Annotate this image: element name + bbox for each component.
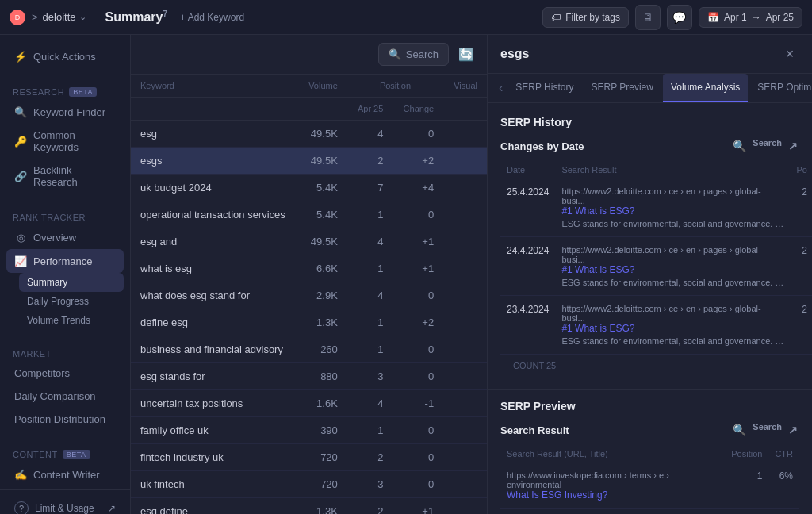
share-icon[interactable]: ↗ (787, 138, 799, 154)
sidebar-item-overview[interactable]: ◎ Overview (6, 225, 124, 249)
company-name[interactable]: deloitte ⌄ (43, 11, 86, 23)
sidebar-item-common-keywords[interactable]: 🔑 Common Keywords (6, 124, 124, 159)
table-row[interactable]: uk budget 2024 5.4K 7 +4 (131, 175, 487, 201)
col-change: Change (393, 98, 443, 121)
cell-apr25: 2 (347, 444, 393, 471)
sidebar-item-daily-comparison[interactable]: Daily Comparison (6, 385, 124, 408)
cell-volume: 390 (298, 417, 347, 444)
sidebar-section-research: Research Beta 🔍 Keyword Finder 🔑 Common … (0, 78, 130, 197)
calendar-icon: 📅 (707, 12, 719, 23)
cell-position: 2 (790, 178, 812, 237)
sidebar-item-summary[interactable]: Summary (19, 273, 124, 292)
serp-tab-nav-left[interactable]: ‹ (496, 81, 506, 95)
serp-search-icon[interactable]: 🔍 (731, 138, 748, 154)
serp-table-header: Date Search Result Po (500, 162, 812, 178)
sidebar-bottom: ? Limit & Usage ↗ (0, 489, 130, 514)
cell-url: https://www.investopedia.com › terms › e… (500, 462, 725, 509)
monitor-icon: 🖥 (642, 11, 653, 24)
cell-change: 0 (393, 363, 443, 390)
table-row[interactable]: fintech industry uk 720 2 0 (131, 444, 487, 471)
table-row[interactable]: what is esg 6.6K 1 +1 (131, 255, 487, 282)
add-keyword-button[interactable]: + Add Keyword (174, 9, 251, 26)
cell-keyword: what does esg stand for (131, 282, 298, 309)
cell-change: 0 (393, 417, 443, 444)
table-row[interactable]: what does esg stand for 2.9K 4 0 (131, 282, 487, 309)
col-date: Date (500, 162, 555, 178)
serp-action-icons: 🔍 Search ↗ (731, 138, 799, 154)
sidebar-item-quick-actions[interactable]: ⚡ Quick Actions (6, 44, 124, 68)
search-result-title: Search Result 🔍 Search ↗ (500, 422, 799, 438)
table-row[interactable]: esg 49.5K 4 0 (131, 121, 487, 148)
tab-volume-analysis[interactable]: Volume Analysis (663, 74, 748, 102)
rank-tracker-label: Rank Tracker (6, 213, 124, 222)
serp-history-row[interactable]: 23.4.2024 https://www2.deloitte.com › ce… (500, 296, 812, 355)
col-search-result: Search Result (555, 162, 790, 178)
search-result-row[interactable]: https://www.investopedia.com › terms › e… (500, 462, 799, 509)
serp-close-button[interactable]: × (780, 44, 799, 63)
cell-visual (443, 309, 487, 336)
table-row[interactable]: esgs 49.5K 2 +2 (131, 148, 487, 175)
content-beta-badge: Beta (63, 450, 90, 459)
serp-history-row[interactable]: 25.4.2024 https://www2.deloitte.com › ce… (500, 178, 812, 237)
sidebar-item-content-writer[interactable]: ✍ Content Writer (6, 462, 124, 486)
sidebar-help-button[interactable]: ? Limit & Usage ↗ (6, 497, 124, 514)
refresh-icon[interactable]: 🔄 (458, 47, 474, 62)
sidebar: ⚡ Quick Actions Research Beta 🔍 Keyword … (0, 35, 131, 514)
cell-search-result: https://www2.deloitte.com › ce › en › pa… (555, 237, 790, 296)
sidebar-item-competitors[interactable]: Competitors (6, 362, 124, 385)
tab-serp-history[interactable]: SERP History (508, 74, 581, 102)
sidebar-item-position-distribution[interactable]: Position Distribution (6, 408, 124, 431)
tab-serp-optimizer[interactable]: SERP Optimizer (749, 74, 812, 102)
table-row[interactable]: define esg 1.3K 1 +2 (131, 309, 487, 336)
date-range-picker[interactable]: 📅 Apr 1 → Apr 25 (699, 7, 802, 28)
keywords-tbody: esg 49.5K 4 0 esgs 49.5K 2 +2 uk budget … (131, 121, 487, 515)
cell-apr25: 1 (347, 417, 393, 444)
tab-serp-preview[interactable]: SERP Preview (583, 74, 661, 102)
cell-keyword: uk fintech (131, 471, 298, 498)
table-row[interactable]: uk fintech 720 3 0 (131, 471, 487, 498)
sidebar-item-keyword-finder[interactable]: 🔍 Keyword Finder (6, 100, 124, 124)
table-row[interactable]: operational transaction services 5.4K 1 … (131, 201, 487, 228)
table-row[interactable]: esg and 49.5K 4 +1 (131, 228, 487, 255)
search-result-row[interactable]: https://www2.deloitte.com › ce › en › pa… (500, 509, 799, 515)
cell-apr25: 1 (347, 309, 393, 336)
serp-history-row[interactable]: 24.4.2024 https://www2.deloitte.com › ce… (500, 237, 812, 296)
col-keyword: Keyword (131, 75, 298, 98)
monitor-icon-button[interactable]: 🖥 (635, 5, 661, 30)
sidebar-sub-performance: Summary Daily Progress Volume Trends (6, 273, 124, 330)
overview-icon: ◎ (14, 231, 27, 244)
cell-visual (443, 363, 487, 390)
table-row[interactable]: uncertain tax positions 1.6K 4 -1 (131, 390, 487, 417)
chat-icon: 💬 (672, 11, 686, 24)
table-row[interactable]: business and financial advisory 260 1 0 (131, 336, 487, 363)
filter-by-tags-button[interactable]: 🏷 Filter by tags (542, 7, 629, 28)
keywords-table: Keyword Volume Position Visual Apr 25 Ch… (131, 75, 487, 514)
cell-date: 25.4.2024 (500, 178, 555, 237)
search-result-share-icon[interactable]: ↗ (787, 422, 799, 438)
col-apr25: Apr 25 (347, 98, 393, 121)
cell-keyword: uncertain tax positions (131, 390, 298, 417)
cell-keyword: operational transaction services (131, 201, 298, 228)
cell-volume: 6.6K (298, 255, 347, 282)
table-row[interactable]: family office uk 390 1 0 (131, 417, 487, 444)
cell-apr25: 4 (347, 121, 393, 148)
topbar-center: Summary7 + Add Keyword (93, 9, 537, 26)
table-row[interactable]: esg stands for 880 3 0 (131, 363, 487, 390)
sidebar-item-backlink-research[interactable]: 🔗 Backlink Research (6, 159, 124, 194)
search-button[interactable]: 🔍 Search (378, 43, 449, 66)
keywords-table-wrapper: Keyword Volume Position Visual Apr 25 Ch… (131, 75, 487, 514)
serp-count: COUNT 25 (500, 355, 799, 377)
cell-visual (443, 228, 487, 255)
table-row[interactable]: esg define 1.3K 2 +1 (131, 498, 487, 515)
serp-preview-section: SERP Preview Search Result 🔍 Search ↗ Se… (488, 390, 812, 514)
sidebar-item-performance[interactable]: 📈 Performance (6, 249, 124, 273)
search-result-search-icon[interactable]: 🔍 (731, 422, 748, 438)
help-icon: ? (14, 501, 29, 514)
table-subheader-row: Apr 25 Change (131, 98, 487, 121)
sidebar-item-volume-trends[interactable]: Volume Trends (19, 311, 124, 330)
app-logo: D (10, 10, 25, 25)
cell-volume: 1.3K (298, 309, 347, 336)
sidebar-item-daily-progress[interactable]: Daily Progress (19, 292, 124, 311)
chat-icon-button[interactable]: 💬 (667, 5, 692, 30)
cell-apr25: 1 (347, 255, 393, 282)
